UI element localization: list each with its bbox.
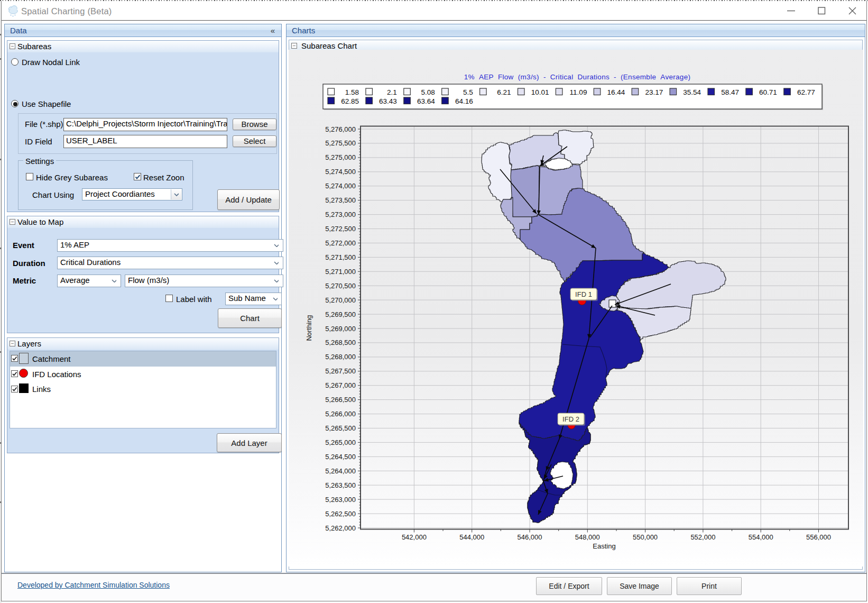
svg-text:542,000: 542,000 bbox=[402, 533, 427, 541]
svg-text:5.08: 5.08 bbox=[421, 88, 435, 96]
svg-text:16.44: 16.44 bbox=[607, 88, 625, 96]
svg-text:5,272,000: 5,272,000 bbox=[325, 239, 356, 247]
svg-text:5,268,000: 5,268,000 bbox=[325, 353, 356, 361]
svg-text:5,273,000: 5,273,000 bbox=[325, 211, 356, 218]
svg-text:58.47: 58.47 bbox=[721, 88, 739, 96]
svg-text:5,275,000: 5,275,000 bbox=[325, 153, 356, 161]
svg-text:35.54: 35.54 bbox=[683, 88, 701, 96]
svg-text:10.01: 10.01 bbox=[531, 88, 549, 96]
svg-text:5,271,000: 5,271,000 bbox=[325, 268, 356, 276]
svg-text:5,271,500: 5,271,500 bbox=[325, 253, 356, 261]
svg-text:5,264,000: 5,264,000 bbox=[325, 467, 356, 475]
svg-text:550,000: 550,000 bbox=[633, 533, 658, 541]
svg-text:544,000: 544,000 bbox=[459, 533, 484, 541]
svg-text:11.09: 11.09 bbox=[570, 88, 587, 96]
svg-text:5,267,000: 5,267,000 bbox=[325, 381, 356, 389]
svg-text:60.71: 60.71 bbox=[759, 88, 777, 96]
svg-text:5,265,000: 5,265,000 bbox=[325, 438, 356, 446]
svg-text:Northing: Northing bbox=[305, 315, 313, 341]
svg-text:5,268,500: 5,268,500 bbox=[325, 339, 356, 346]
svg-text:5,267,500: 5,267,500 bbox=[325, 367, 356, 375]
svg-text:Easting: Easting bbox=[593, 542, 615, 550]
svg-text:5,272,500: 5,272,500 bbox=[325, 225, 356, 233]
svg-text:5,270,000: 5,270,000 bbox=[325, 296, 356, 304]
svg-text:548,000: 548,000 bbox=[575, 533, 600, 541]
svg-text:64.16: 64.16 bbox=[455, 97, 473, 105]
svg-text:554,000: 554,000 bbox=[749, 533, 773, 541]
svg-text:63.64: 63.64 bbox=[417, 97, 435, 105]
svg-text:1.58: 1.58 bbox=[345, 88, 359, 96]
svg-text:IFD 1: IFD 1 bbox=[575, 290, 592, 298]
svg-text:5,275,500: 5,275,500 bbox=[325, 139, 356, 147]
svg-text:5,273,500: 5,273,500 bbox=[325, 196, 356, 204]
svg-text:2.1: 2.1 bbox=[387, 88, 397, 96]
svg-text:556,000: 556,000 bbox=[806, 533, 831, 541]
svg-text:5,266,000: 5,266,000 bbox=[325, 410, 356, 418]
svg-text:5,276,000: 5,276,000 bbox=[325, 125, 356, 133]
svg-text:5.5: 5.5 bbox=[463, 88, 473, 96]
svg-text:62.85: 62.85 bbox=[341, 97, 359, 105]
svg-text:546,000: 546,000 bbox=[518, 533, 542, 541]
svg-text:5,269,000: 5,269,000 bbox=[325, 325, 356, 333]
svg-text:5,265,500: 5,265,500 bbox=[325, 424, 356, 432]
svg-text:1% AEP Flow (m3/s) - Crit: 1% AEP Flow (m3/s) - Critical Durations … bbox=[464, 73, 691, 81]
svg-text:5,263,500: 5,263,500 bbox=[325, 481, 356, 489]
svg-text:5,262,500: 5,262,500 bbox=[325, 510, 356, 518]
svg-text:552,000: 552,000 bbox=[690, 533, 715, 541]
svg-text:5,274,000: 5,274,000 bbox=[325, 182, 356, 190]
svg-text:63.43: 63.43 bbox=[379, 97, 397, 105]
svg-text:5,274,500: 5,274,500 bbox=[325, 168, 356, 176]
svg-text:62.77: 62.77 bbox=[797, 88, 815, 96]
svg-text:IFD 2: IFD 2 bbox=[562, 415, 579, 423]
svg-text:6.21: 6.21 bbox=[497, 88, 511, 96]
svg-text:5,262,000: 5,262,000 bbox=[325, 524, 356, 532]
svg-text:5,269,500: 5,269,500 bbox=[325, 310, 356, 318]
svg-text:5,264,500: 5,264,500 bbox=[325, 453, 356, 461]
svg-text:5,263,000: 5,263,000 bbox=[325, 496, 356, 504]
svg-text:23.17: 23.17 bbox=[645, 88, 663, 96]
svg-text:5,266,500: 5,266,500 bbox=[325, 396, 356, 404]
svg-text:5,270,500: 5,270,500 bbox=[325, 282, 356, 290]
